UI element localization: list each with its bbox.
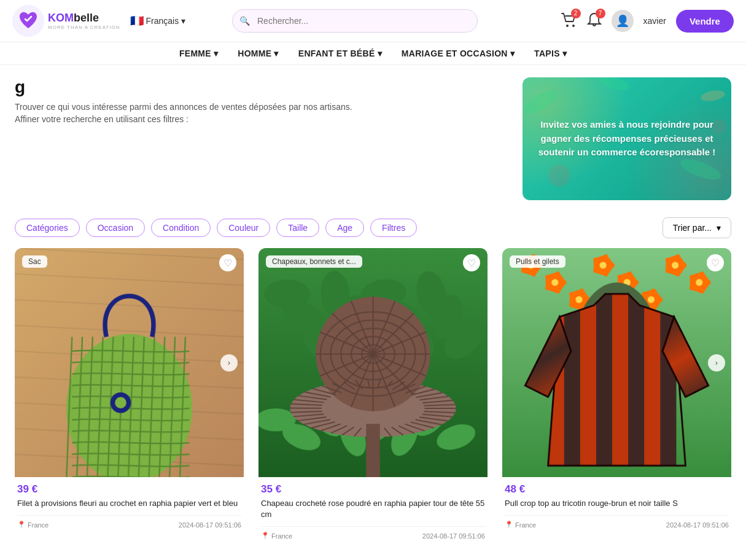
nav-item-mariage[interactable]: MARIAGE ET OCCASION ▾	[402, 49, 515, 58]
main-nav: FEMME ▾ HOMME ▾ ENFANT ET BÉBÉ ▾ MARIAGE…	[0, 42, 746, 65]
product-info: 48 € Pull crop top au tricotin rouge-bru…	[502, 477, 731, 531]
language-label: Français	[146, 16, 179, 26]
search-input[interactable]	[232, 9, 478, 33]
logo-name: KOMbelle	[48, 12, 120, 25]
nav-item-tapis[interactable]: TAPIS ▾	[534, 49, 567, 58]
chevron-down-icon: ▾	[378, 49, 382, 58]
svg-point-3	[523, 87, 561, 118]
logo-subtitle: MORE THAN A CREATION	[48, 25, 120, 30]
search-bar: 🔍	[232, 9, 478, 33]
svg-point-6	[548, 165, 570, 187]
sell-button[interactable]: Vendre	[676, 10, 734, 33]
filter-age[interactable]: Age	[325, 219, 364, 237]
svg-point-8	[599, 77, 631, 93]
chevron-down-icon: ▾	[274, 49, 278, 58]
subtitle1: Trouver ce qui vous intéresse parmi des …	[15, 102, 508, 112]
product-image-bag	[15, 248, 244, 477]
logo-icon	[12, 5, 44, 37]
filter-filtres[interactable]: Filtres	[370, 219, 417, 237]
product-location: 📍 France	[505, 521, 536, 529]
product-image-wrap: Sac ♡ ›	[15, 248, 244, 477]
logo[interactable]: KOMbelle MORE THAN A CREATION	[12, 5, 120, 37]
product-price: 39 €	[17, 483, 241, 496]
cart-badge: 2	[571, 9, 581, 18]
svg-point-2	[572, 25, 575, 27]
nav-item-homme[interactable]: HOMME ▾	[238, 49, 278, 58]
svg-point-5	[700, 89, 726, 103]
product-image-wrap: Pulls et gilets ♡ ›	[502, 248, 731, 477]
location-pin-icon: 📍	[17, 521, 26, 529]
sort-button[interactable]: Trier par... ▾	[662, 217, 731, 238]
header-right: 2 7 👤 xavier Vendre	[561, 10, 734, 33]
product-card[interactable]: Sac ♡ › 39 € Filet à provisions fleuri a…	[15, 248, 244, 542]
product-image-hat	[258, 248, 488, 477]
product-date: 2024-08-17 09:51:06	[666, 521, 729, 529]
product-meta: 📍 France 2024-08-17 09:51:06	[17, 515, 241, 529]
nav-item-femme[interactable]: FEMME ▾	[179, 49, 218, 58]
page-intro: g Trouver ce qui vous intéresse parmi de…	[15, 77, 508, 200]
product-price: 48 €	[505, 483, 729, 496]
product-title: Chapeau crocheté rose poudré en raphia p…	[261, 498, 485, 520]
product-category-badge: Chapeaux, bonnets et c...	[266, 255, 362, 268]
product-info: 35 € Chapeau crocheté rose poudré en rap…	[258, 477, 488, 542]
filter-occasion[interactable]: Occasion	[86, 219, 145, 237]
filter-couleur[interactable]: Couleur	[217, 219, 270, 237]
flag-icon: 🇫🇷	[130, 14, 144, 28]
product-category-badge: Sac	[22, 255, 47, 268]
product-heart-button[interactable]: ♡	[219, 254, 236, 271]
product-image-sweater	[502, 248, 731, 477]
banner-text: Invitez vos amies à nous rejoindre pour …	[535, 118, 719, 160]
product-card[interactable]: Chapeaux, bonnets et c... ♡ 35 € Chapeau…	[258, 248, 488, 542]
username-label: xavier	[643, 16, 666, 26]
product-info: 39 € Filet à provisions fleuri au croche…	[15, 477, 244, 531]
chevron-down-icon: ▾	[717, 223, 721, 233]
filter-condition[interactable]: Condition	[151, 219, 211, 237]
location-pin-icon: 📍	[505, 521, 513, 529]
page-title: g	[15, 77, 508, 97]
product-image-wrap: Chapeaux, bonnets et c... ♡	[258, 248, 488, 477]
product-title: Filet à provisions fleuri au crochet en …	[17, 498, 241, 509]
chevron-down-icon: ▾	[562, 49, 567, 58]
product-date: 2024-08-17 09:51:06	[179, 521, 241, 529]
nav-item-enfant[interactable]: ENFANT ET BÉBÉ ▾	[298, 49, 382, 58]
notifications-button[interactable]: 7	[587, 12, 602, 30]
language-selector[interactable]: 🇫🇷 Français ▾	[130, 14, 186, 28]
product-grid: Sac ♡ › 39 € Filet à provisions fleuri a…	[0, 248, 746, 557]
product-date: 2024-08-17 09:51:06	[422, 532, 485, 540]
product-meta: 📍 France 2024-08-17 09:51:06	[505, 515, 729, 529]
product-category-badge: Pulls et gilets	[510, 255, 565, 268]
product-heart-button[interactable]: ♡	[707, 254, 724, 271]
main-content: g Trouver ce qui vous intéresse parmi de…	[0, 65, 746, 212]
chevron-down-icon: ▾	[181, 16, 185, 26]
product-card[interactable]: Pulls et gilets ♡ › 48 € Pull crop top a…	[502, 248, 731, 542]
filter-categories[interactable]: Catégories	[15, 219, 80, 237]
avatar[interactable]: 👤	[612, 10, 634, 32]
search-icon: 🔍	[239, 16, 250, 26]
filter-row: Catégories Occasion Condition Couleur Ta…	[0, 212, 746, 248]
product-meta: 📍 France 2024-08-17 09:51:06	[261, 526, 485, 540]
cart-button[interactable]: 2	[561, 12, 577, 30]
subtitle2: Affiner votre recherche en utilisant ces…	[15, 114, 508, 124]
chevron-down-icon: ▾	[214, 49, 218, 58]
location-pin-icon: 📍	[261, 532, 270, 540]
chevron-down-icon: ▾	[510, 49, 515, 58]
product-location: 📍 France	[261, 532, 292, 540]
header: KOMbelle MORE THAN A CREATION 🇫🇷 Françai…	[0, 0, 746, 42]
bell-badge: 7	[596, 9, 605, 18]
referral-banner[interactable]: Invitez vos amies à nous rejoindre pour …	[523, 77, 731, 200]
product-location: 📍 France	[17, 521, 49, 529]
product-next-button[interactable]: ›	[220, 354, 238, 371]
product-title: Pull crop top au tricotin rouge-brun et …	[505, 498, 729, 509]
filter-taille[interactable]: Taille	[276, 219, 319, 237]
product-next-button[interactable]: ›	[708, 354, 725, 371]
product-price: 35 €	[261, 483, 485, 496]
svg-point-1	[566, 25, 569, 27]
product-heart-button[interactable]: ♡	[463, 254, 480, 271]
